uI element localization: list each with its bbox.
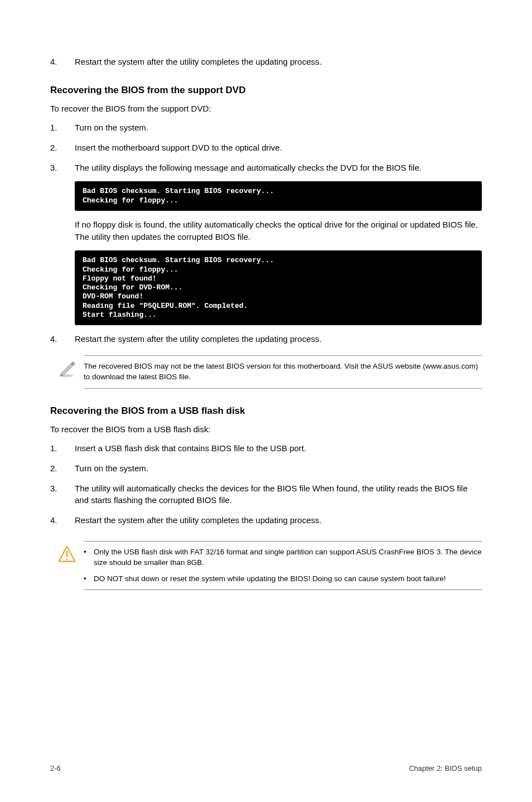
list-item: 2. Turn on the system. bbox=[50, 462, 482, 475]
note-callout: The recovered BIOS may not be the latest… bbox=[50, 355, 482, 389]
list-text: Restart the system after the utility com… bbox=[75, 514, 482, 526]
list-number: 3. bbox=[50, 162, 75, 174]
page-number: 2-6 bbox=[50, 764, 61, 774]
list-number: 4. bbox=[50, 333, 75, 345]
list-text: The utility will automatically checks th… bbox=[75, 482, 482, 507]
warning-text: Only the USB flash disk with FAT 32/16 f… bbox=[94, 547, 482, 568]
svg-point-2 bbox=[66, 558, 67, 560]
list-text: The utility displays the following messa… bbox=[75, 162, 482, 174]
heading-recover-usb: Recovering the BIOS from a USB flash dis… bbox=[50, 404, 482, 418]
list-number: 2. bbox=[50, 142, 75, 154]
terminal-output: Bad BIOS checksum. Starting BIOS recover… bbox=[75, 250, 482, 325]
list-number: 3. bbox=[50, 482, 75, 507]
list-number: 4. bbox=[50, 56, 75, 68]
pencil-note-icon bbox=[50, 355, 84, 379]
bullet-marker: • bbox=[84, 574, 94, 584]
intro-text: To recover the BIOS from the support DVD… bbox=[50, 103, 482, 115]
list-text: Restart the system after the utility com… bbox=[75, 56, 482, 68]
list-number: 1. bbox=[50, 122, 75, 134]
bullet-marker: • bbox=[84, 547, 94, 568]
terminal-output: Bad BIOS checksum. Starting BIOS recover… bbox=[75, 181, 482, 211]
list-item: 3. The utility will automatically checks… bbox=[50, 482, 482, 507]
list-number: 2. bbox=[50, 462, 75, 475]
list-text: Insert the motherboard support DVD to th… bbox=[75, 142, 482, 154]
warning-bullet: • Only the USB flash disk with FAT 32/16… bbox=[84, 547, 482, 568]
heading-recover-dvd: Recovering the BIOS from the support DVD bbox=[50, 84, 482, 98]
warning-icon bbox=[50, 541, 84, 564]
list-text: Insert a USB flash disk that contains BI… bbox=[75, 442, 482, 455]
note-text: The recovered BIOS may not be the latest… bbox=[84, 355, 482, 389]
list-text: Turn on the system. bbox=[75, 462, 482, 475]
body-text: If no floppy disk is found, the utility … bbox=[75, 219, 482, 243]
warning-text-block: • Only the USB flash disk with FAT 32/16… bbox=[84, 541, 482, 591]
list-text: Restart the system after the utility com… bbox=[75, 333, 482, 345]
page-footer: 2-6 Chapter 2: BIOS setup bbox=[50, 764, 482, 774]
list-number: 1. bbox=[50, 442, 75, 455]
list-item: 2. Insert the motherboard support DVD to… bbox=[50, 142, 482, 154]
warning-bullet: • DO NOT shut down or reset the system w… bbox=[84, 574, 482, 584]
intro-text: To recover the BIOS from a USB flash dis… bbox=[50, 423, 482, 436]
list-item: 3. The utility displays the following me… bbox=[50, 162, 482, 174]
list-item: 4. Restart the system after the utility … bbox=[50, 56, 482, 68]
warning-text: DO NOT shut down or reset the system whi… bbox=[94, 574, 482, 584]
list-number: 4. bbox=[50, 514, 75, 526]
list-text: Turn on the system. bbox=[75, 122, 482, 134]
list-item: 4. Restart the system after the utility … bbox=[50, 333, 482, 345]
chapter-label: Chapter 2: BIOS setup bbox=[409, 764, 482, 774]
list-item: 1. Insert a USB flash disk that contains… bbox=[50, 442, 482, 455]
warning-callout: • Only the USB flash disk with FAT 32/16… bbox=[50, 541, 482, 591]
list-item: 1. Turn on the system. bbox=[50, 122, 482, 134]
list-item: 4. Restart the system after the utility … bbox=[50, 514, 482, 526]
